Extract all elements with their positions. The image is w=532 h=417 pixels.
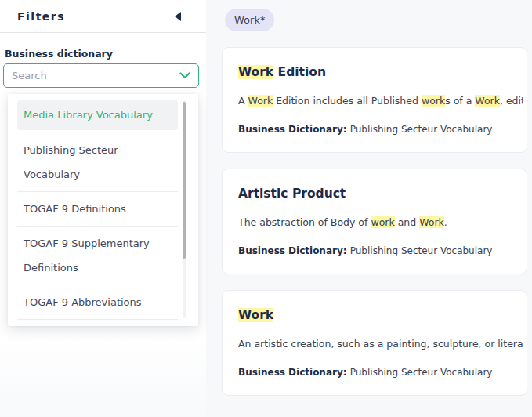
results-area: Work* Work Edition A Work Edition includ… [206,0,532,417]
result-card-work[interactable]: Work An artistic creation, such as a pai… [222,290,527,396]
result-title: Artistic Product [238,187,523,201]
result-meta: Business Dictionary: Publishing Secteur … [238,367,523,378]
result-description: A Work Edition includes all Published wo… [238,95,523,107]
chevron-down-icon[interactable] [179,72,190,79]
filters-sidebar: Filters Business dictionary Media Librar… [0,0,206,417]
collapse-sidebar-button[interactable] [175,12,181,21]
text-segment: An artistic creation, such as a painting… [238,338,523,350]
text-segment: , edited [500,95,523,107]
result-title: Work [238,308,523,322]
search-input[interactable] [12,70,175,82]
result-description: An artistic creation, such as a painting… [238,338,523,350]
meta-value: Publishing Secteur Vocabulary [350,124,493,135]
text-segment: Edition [273,65,326,79]
filters-title: Filters [17,10,65,23]
dropdown-item-publishing-secteur-vocabulary[interactable]: Publishing Secteur Vocabulary [17,133,178,192]
highlighted-term: work [371,216,394,228]
text-segment: Edition includes all Published [273,95,422,107]
highlighted-term: Work [419,216,444,228]
highlighted-term: Work [475,95,500,107]
text-segment: s of a [445,95,475,107]
meta-value: Publishing Secteur Vocabulary [350,245,493,256]
highlighted-term: work [422,95,445,107]
dropdown-item-togaf-9-supplementary-definitions[interactable]: TOGAF 9 Supplementary Definitions [17,227,178,285]
result-card-artistic-product[interactable]: Artistic Product The abstraction of Body… [222,169,527,274]
meta-label: Business Dictionary: [238,367,350,378]
filters-header: Filters [0,0,206,33]
dropdown-scrollbar-track[interactable] [183,100,186,318]
highlighted-term: Work [248,95,273,107]
result-description: The abstraction of Body of work and Work… [238,216,523,228]
dropdown-item-media-library-vocabulary[interactable]: Media Library Vocabulary [17,100,178,130]
vocabulary-dropdown: Media Library Vocabulary Publishing Sect… [8,94,198,326]
meta-value: Publishing Secteur Vocabulary [350,367,493,378]
result-meta: Business Dictionary: Publishing Secteur … [238,124,523,135]
chevron-left-icon [175,12,181,21]
result-title: Work Edition [238,65,523,79]
result-card-work-edition[interactable]: Work Edition A Work Edition includes all… [222,47,527,153]
text-segment: A [238,95,248,107]
dropdown-item-togaf-9-definitions[interactable]: TOGAF 9 Definitions [17,192,178,227]
dropdown-scrollbar-thumb[interactable] [183,102,186,259]
text-segment: and [395,216,419,228]
highlighted-term: Work [238,65,273,79]
result-card-list: Work Edition A Work Edition includes all… [222,47,527,396]
page-root: { "colors": { "accent_green": "#2fb37c",… [0,0,532,417]
text-segment: . [444,216,447,228]
business-dictionary-label: Business dictionary [5,48,113,60]
text-segment: Artistic Product [238,187,346,201]
result-meta: Business Dictionary: Publishing Secteur … [238,245,523,256]
meta-label: Business Dictionary: [238,124,350,135]
active-filter-chip[interactable]: Work* [225,9,274,31]
dropdown-item-togaf-9-abbreviations[interactable]: TOGAF 9 Abbreviations [17,285,178,320]
text-segment: The abstraction of Body of [238,216,371,228]
business-dictionary-combobox[interactable] [3,63,199,88]
meta-label: Business Dictionary: [238,245,350,256]
highlighted-term: Work [238,308,273,322]
